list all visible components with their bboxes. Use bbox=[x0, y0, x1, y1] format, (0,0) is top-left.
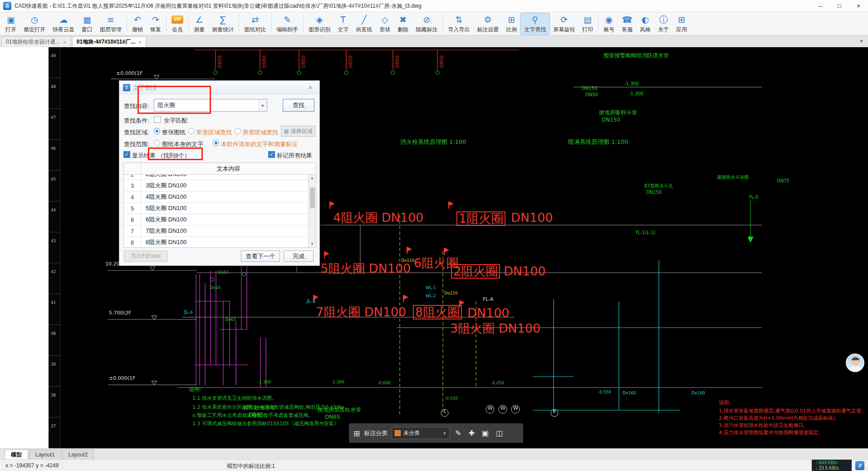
maximize-button[interactable]: ☐ bbox=[830, 0, 849, 12]
layout-tab-layout2[interactable]: Layout2 bbox=[62, 450, 94, 459]
export-excel-button[interactable]: 导出到Excel bbox=[124, 250, 167, 262]
document-tab[interactable]: 01地块给排水设计通...× bbox=[1, 36, 71, 47]
category-color-swatch bbox=[395, 430, 401, 436]
ruler-number: 37 bbox=[51, 424, 56, 428]
result-flag-icon bbox=[407, 247, 407, 254]
toolbar-button-support[interactable]: ☎客服 bbox=[618, 13, 636, 34]
combo-dropdown-icon[interactable]: ▾ bbox=[258, 99, 267, 111]
result-flag-icon bbox=[459, 300, 460, 308]
toolbar-button-cloud-disk[interactable]: ☁快看云盘 bbox=[49, 13, 78, 34]
result-row[interactable]: 66阻火圈 DN100 bbox=[124, 214, 308, 226]
result-row[interactable]: 33阻火圈 DN100 bbox=[124, 180, 308, 191]
toolbar-button-print[interactable]: ▤打印 bbox=[579, 13, 597, 34]
area-rect-radio[interactable] bbox=[188, 128, 195, 134]
toolbar-button-open[interactable]: ▣打开 bbox=[2, 13, 20, 34]
select-area-button[interactable]: ▦ 选择区域 bbox=[281, 126, 315, 137]
cad-text: W bbox=[513, 406, 518, 411]
cad-text: DN50 bbox=[395, 55, 400, 68]
toolbar-button-undo[interactable]: ↶撤销 bbox=[128, 13, 147, 34]
category-grid-icon[interactable]: ⊞ bbox=[353, 429, 360, 438]
toolbar-button-drawing-compare[interactable]: ⇄图纸对比 bbox=[240, 13, 270, 34]
toolbar-button-shape-recognition[interactable]: ◈图形识别 bbox=[305, 13, 334, 34]
cad-text: 说明: bbox=[719, 400, 731, 405]
copy-icon[interactable]: ▣ bbox=[481, 429, 490, 437]
find-content-combobox[interactable]: 阻火圈 ▾ bbox=[154, 99, 267, 112]
cad-text: 1.排水管安装坡度按规范,通气管以0.01的上升坡度坡向通气立管。 bbox=[719, 408, 866, 413]
scroll-down-icon[interactable]: ▼ bbox=[310, 240, 314, 247]
document-tab[interactable]: 01地块-4#7#10#11#厂...× bbox=[72, 36, 146, 47]
toolbar-button-import-export[interactable]: ⇅导入导出 bbox=[444, 13, 473, 34]
toolbar-button-window[interactable]: ▦窗口 bbox=[78, 13, 96, 34]
mark-all-checkbox[interactable]: ✓ bbox=[268, 151, 275, 158]
ruler-number: 38 bbox=[51, 393, 56, 397]
range-drawing-text-radio[interactable] bbox=[154, 140, 160, 146]
done-button[interactable]: 完成 bbox=[284, 250, 314, 262]
toolbar-button-hide-annotation[interactable]: ⊘隐藏标注 bbox=[412, 13, 441, 34]
whole-word-checkbox[interactable] bbox=[154, 116, 161, 123]
network-monitor-icon[interactable]: ⇵ bbox=[855, 461, 864, 470]
minimize-button[interactable]: — bbox=[811, 0, 830, 12]
toolbar-button-scale[interactable]: ⊞比例 bbox=[502, 13, 520, 34]
edit-icon[interactable]: ✎ bbox=[454, 429, 462, 437]
toolbar-button-layer-manager[interactable]: ≡图层管理 bbox=[96, 13, 125, 34]
cad-text: 1 bbox=[443, 410, 446, 414]
scroll-thumb[interactable] bbox=[310, 187, 315, 208]
toolbar-button-recent-open[interactable]: ◷最近打开 bbox=[20, 13, 49, 34]
toolbar-label: 删除 bbox=[397, 26, 408, 34]
account-icon: ◉ bbox=[605, 14, 613, 25]
toolbar-label: 打开 bbox=[5, 26, 16, 34]
toolbar-button-shape[interactable]: ◇形状 bbox=[376, 13, 394, 34]
show-results-checkbox[interactable]: ✓ bbox=[123, 151, 130, 158]
cad-text: 4阻火圈 DN100 bbox=[333, 211, 423, 224]
cad-text: ±0.000(1F bbox=[109, 376, 135, 381]
cad-text: 2.檐沟口安装高度为H+1.00m(H为相应完成面标高)。 bbox=[719, 416, 840, 421]
toolbar-button-measure[interactable]: ∠测量 bbox=[190, 13, 208, 34]
panels-icon[interactable]: ◫ bbox=[495, 429, 504, 437]
toolbar-button-delete[interactable]: ✖删除 bbox=[394, 13, 412, 34]
tab-overflow-icon[interactable]: ▼ bbox=[859, 39, 863, 44]
delete-icon: ✖ bbox=[399, 14, 407, 25]
toolbar-button-apps[interactable]: ⊞应用 bbox=[672, 13, 691, 34]
toolbar-button-measure-stats[interactable]: ∑测量统计 bbox=[208, 13, 237, 34]
toolbar-button-vip[interactable]: VIP会员 bbox=[168, 13, 187, 34]
toolbar-button-edit-assistant[interactable]: ✎编辑助手 bbox=[273, 13, 302, 34]
toolbar-button-text-tool[interactable]: T文字 bbox=[334, 13, 352, 34]
toolbar-separator bbox=[239, 15, 239, 32]
cad-text: 2阻火圈 bbox=[451, 264, 500, 279]
dialog-titlebar[interactable]: 文 文字查找 × bbox=[119, 81, 319, 94]
area-polygon-label: 异形区域查找 bbox=[243, 128, 278, 137]
toolbar-button-annotation-settings[interactable]: ⚙标注设置 bbox=[473, 13, 502, 34]
toolbar-button-account[interactable]: ◉账号 bbox=[600, 13, 618, 34]
toolbar-button-redo[interactable]: ↷恢复 bbox=[147, 13, 165, 34]
cad-text: DN150 bbox=[646, 190, 662, 195]
tab-close-icon[interactable]: × bbox=[63, 39, 66, 45]
category-dropdown[interactable]: 未分类 ▼ bbox=[392, 427, 450, 439]
toolbar-button-theme[interactable]: ◐风格 bbox=[636, 13, 654, 34]
area-polygon-radio[interactable] bbox=[235, 128, 241, 134]
close-button[interactable]: ✕ bbox=[849, 0, 868, 12]
find-button[interactable]: 查找 bbox=[283, 99, 314, 112]
tab-close-icon[interactable]: × bbox=[138, 39, 141, 45]
toolbar-button-about[interactable]: ⓘ关于 bbox=[654, 13, 672, 34]
result-row[interactable]: 22阻火圈 DN100 bbox=[124, 175, 308, 180]
view-next-button[interactable]: 查看下一个 bbox=[241, 250, 280, 262]
move-icon[interactable]: ✚ bbox=[467, 429, 476, 437]
dialog-close-icon[interactable]: × bbox=[305, 83, 316, 91]
layout-tab-model[interactable]: 模型 bbox=[5, 450, 28, 459]
result-row[interactable]: 55阻火圈 DN100 bbox=[124, 203, 308, 214]
toolbar-button-draw-line[interactable]: ╱画直线 bbox=[352, 13, 376, 34]
toolbar-button-screen-rotate[interactable]: ⟳屏幕旋转 bbox=[549, 13, 579, 34]
results-scrollbar[interactable]: ▲ ▼ bbox=[308, 175, 316, 247]
scroll-up-icon[interactable]: ▲ bbox=[310, 175, 314, 182]
results-viewport[interactable]: 22阻火圈 DN10033阻火圈 DN10044阻火圈 DN10055阻火圈 D… bbox=[124, 175, 308, 247]
result-row[interactable]: 77阻火圈 DN100 bbox=[124, 226, 308, 237]
show-results-label: 显示结果 bbox=[132, 152, 156, 160]
support-avatar[interactable] bbox=[846, 353, 864, 372]
range-app-text-radio[interactable] bbox=[213, 140, 219, 146]
result-row[interactable]: 44阻火圈 DN100 bbox=[124, 191, 308, 203]
result-row[interactable]: 88阻火圈 DN100 bbox=[124, 237, 308, 247]
layout-tab-layout1[interactable]: Layout1 bbox=[29, 450, 61, 459]
area-whole-drawing-radio[interactable] bbox=[154, 128, 160, 134]
toolbar-button-text-find[interactable]: ⚲文字查找 bbox=[520, 13, 549, 34]
cad-text: -1.300 bbox=[258, 380, 271, 384]
